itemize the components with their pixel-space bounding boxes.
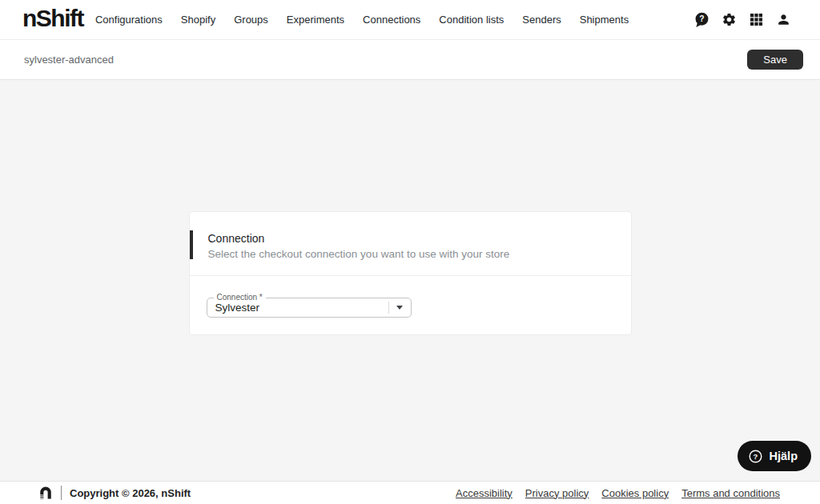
nav-item-groups[interactable]: Groups [234,14,268,26]
connection-select-value: Sylvester [207,302,388,314]
svg-text:?: ? [699,14,704,23]
nshift-mark-icon [38,486,53,500]
help-fab-button[interactable]: ? Hjälp [738,441,811,471]
chevron-down-icon[interactable] [389,306,411,310]
footer-links: Accessibility Privacy policy Cookies pol… [456,487,780,499]
main-nav: Configurations Shopify Groups Experiment… [95,14,629,26]
apps-grid-icon[interactable] [748,12,764,28]
nav-item-shopify[interactable]: Shopify [181,14,215,26]
nav-item-senders[interactable]: Senders [522,14,561,26]
nav-item-connections[interactable]: Connections [363,14,420,26]
link-privacy-policy[interactable]: Privacy policy [525,487,589,499]
settings-icon[interactable] [721,12,737,28]
svg-text:?: ? [753,451,758,460]
footer: Copyright © 2026, nShift Accessibility P… [0,481,820,504]
connection-select-label: Connection * [214,293,266,302]
link-accessibility[interactable]: Accessibility [456,487,512,499]
page-title: sylvester-advanced [24,54,114,66]
connection-card-body: Connection * Sylvester [190,276,631,334]
save-button[interactable]: Save [747,50,803,70]
help-icon[interactable]: ? [693,12,709,28]
page-header: sylvester-advanced Save [0,40,820,80]
topbar: nShift Configurations Shopify Groups Exp… [0,0,820,40]
help-fab-label: Hjälp [770,450,798,462]
topbar-icons: ? [693,12,791,28]
card-title: Connection [208,232,612,245]
connection-select[interactable]: Connection * Sylvester [207,298,412,318]
nav-item-condition-lists[interactable]: Condition lists [439,14,504,26]
nav-item-shipments[interactable]: Shipments [580,14,629,26]
footer-divider [61,486,62,500]
copyright-text: Copyright © 2026, nShift [70,487,191,499]
nav-item-experiments[interactable]: Experiments [287,14,344,26]
nav-item-configurations[interactable]: Configurations [95,14,163,26]
connection-card-header: Connection Select the checkout connectio… [190,212,631,276]
link-terms-and-conditions[interactable]: Terms and conditions [681,487,780,499]
account-icon[interactable] [775,12,791,28]
question-circle-icon: ? [748,449,763,464]
nshift-logo[interactable]: nShift [22,6,83,33]
connection-card: Connection Select the checkout connectio… [189,211,632,335]
card-subtitle: Select the checkout connection you want … [208,248,612,260]
link-cookies-policy[interactable]: Cookies policy [601,487,669,499]
accent-bar [190,230,193,259]
footer-left: Copyright © 2026, nShift [38,486,191,500]
main-content: Connection Select the checkout connectio… [0,80,820,481]
